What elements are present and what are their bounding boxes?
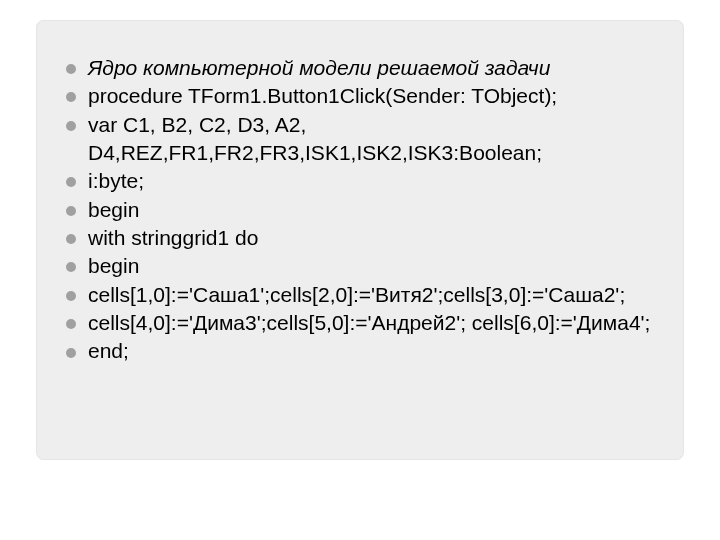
line-text: procedure TForm1.Button1Click(Sender: TO… bbox=[88, 84, 557, 107]
line-text: cells[4,0]:='Дима3';cells[5,0]:='Андрей2… bbox=[88, 311, 650, 334]
line-text: i:byte; bbox=[88, 169, 144, 192]
list-item: cells[1,0]:='Саша1';cells[2,0]:='Витя2';… bbox=[60, 281, 660, 309]
line-text: with stringgrid1 do bbox=[88, 226, 258, 249]
list-item: cells[4,0]:='Дима3';cells[5,0]:='Андрей2… bbox=[60, 309, 660, 337]
list-item: with stringgrid1 do bbox=[60, 224, 660, 252]
line-text: Ядро компьютерной модели решаемой задачи bbox=[88, 56, 550, 79]
slide: Ядро компьютерной модели решаемой задачи… bbox=[0, 0, 720, 540]
line-text: begin bbox=[88, 254, 139, 277]
list-item: i:byte; bbox=[60, 167, 660, 195]
bullet-list: Ядро компьютерной модели решаемой задачи… bbox=[60, 54, 660, 366]
line-text: begin bbox=[88, 198, 139, 221]
list-item: begin bbox=[60, 196, 660, 224]
line-text: end; bbox=[88, 339, 129, 362]
line-text: cells[1,0]:='Саша1';cells[2,0]:='Витя2';… bbox=[88, 283, 625, 306]
list-item: end; bbox=[60, 337, 660, 365]
content-box: Ядро компьютерной модели решаемой задачи… bbox=[36, 20, 684, 460]
list-item: var C1, B2, C2, D3, A2, D4,REZ,FR1,FR2,F… bbox=[60, 111, 660, 168]
list-item: Ядро компьютерной модели решаемой задачи bbox=[60, 54, 660, 82]
line-text: var C1, B2, C2, D3, A2, D4,REZ,FR1,FR2,F… bbox=[88, 113, 542, 164]
list-item: procedure TForm1.Button1Click(Sender: TO… bbox=[60, 82, 660, 110]
list-item: begin bbox=[60, 252, 660, 280]
